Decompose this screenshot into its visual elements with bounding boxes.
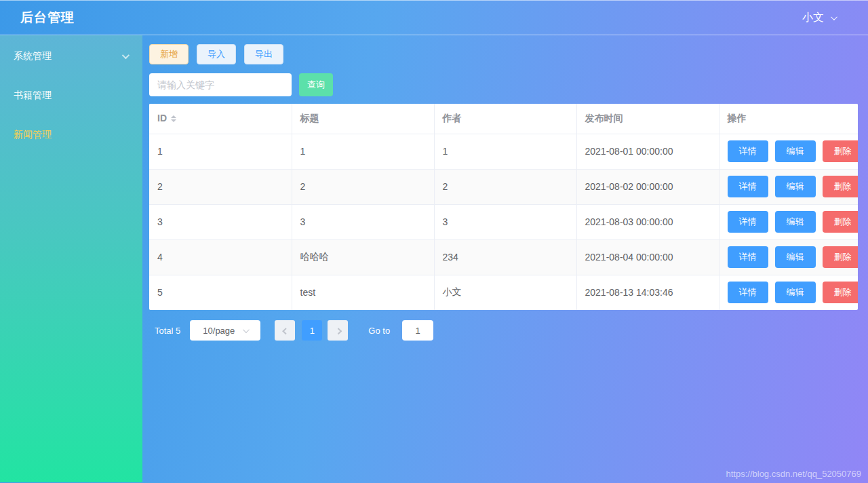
sidebar-item-books[interactable]: 书籍管理 [0,76,142,115]
app-header: 后台管理 小文 [0,0,868,35]
cell-author: 小文 [434,275,576,310]
cell-id: 1 [149,134,292,169]
column-header-time: 发布时间 [576,104,719,134]
cell-title: 2 [292,169,434,204]
sidebar-item-label: 书籍管理 [14,90,127,102]
detail-button[interactable]: 详情 [728,211,768,233]
goto-label: Go to [368,326,390,336]
app-title: 后台管理 [20,9,75,26]
cell-time: 2021-08-01 00:00:00 [576,134,719,169]
column-header-title: 标题 [292,104,434,134]
prev-page-button[interactable] [275,320,295,341]
table-row: 4哈哈哈2342021-08-04 00:00:00详情编辑删除 [149,239,858,275]
cell-time: 2021-08-04 00:00:00 [576,239,719,275]
next-page-button[interactable] [328,320,348,341]
cell-title: 3 [292,204,434,239]
cell-actions: 详情编辑删除 [719,169,858,204]
watermark: https://blog.csdn.net/qq_52050769 [726,469,862,479]
chevron-down-icon [122,52,130,59]
cell-title: 哈哈哈 [292,239,434,275]
edit-button[interactable]: 编辑 [775,211,816,233]
delete-button[interactable]: 删除 [823,176,859,197]
table-row: 3332021-08-03 00:00:00详情编辑删除 [149,204,858,239]
data-table: ID 标题 作者 发布时间 操作 1112021-08-01 00:00:00详… [149,104,858,310]
page-number-button[interactable]: 1 [302,320,322,341]
chevron-left-icon [282,328,289,334]
column-header-actions: 操作 [719,104,858,134]
chevron-down-icon [831,14,837,20]
sidebar-item-system[interactable]: 系统管理 [0,37,142,76]
sidebar: 系统管理 书籍管理 新闻管理 [0,35,142,482]
cell-actions: 详情编辑删除 [719,275,858,310]
cell-title: 1 [292,134,434,169]
delete-button[interactable]: 删除 [823,140,859,162]
chevron-right-icon [335,328,342,334]
cell-author: 1 [434,134,576,169]
cell-title: test [292,275,434,310]
search-row: 查询 [149,73,858,96]
delete-button[interactable]: 删除 [823,282,859,303]
cell-id: 3 [149,204,292,239]
cell-author: 2 [434,169,576,204]
user-menu[interactable]: 小文 [802,11,835,25]
pagination-total: Total 5 [155,326,180,336]
toolbar: 新增 导入 导出 [149,44,858,64]
import-button[interactable]: 导入 [197,44,236,64]
table-header-row: ID 标题 作者 发布时间 操作 [149,104,858,134]
layout: 系统管理 书籍管理 新闻管理 新增 导入 导出 查询 [0,35,868,482]
sidebar-item-label: 新闻管理 [14,129,127,141]
cell-time: 2021-08-02 00:00:00 [576,169,719,204]
cell-id: 4 [149,239,292,275]
cell-author: 234 [434,239,576,275]
search-input[interactable] [149,73,292,96]
column-header-id[interactable]: ID [149,104,292,134]
query-button[interactable]: 查询 [299,73,333,96]
goto-page-input[interactable] [402,320,433,341]
sidebar-item-news[interactable]: 新闻管理 [0,115,142,155]
main-content: 新增 导入 导出 查询 ID [142,35,868,482]
table-body: 1112021-08-01 00:00:00详情编辑删除2222021-08-0… [149,134,858,310]
cell-time: 2021-08-13 14:03:46 [576,275,719,310]
cell-actions: 详情编辑删除 [719,239,858,275]
export-button[interactable]: 导出 [244,44,283,64]
detail-button[interactable]: 详情 [728,140,768,162]
cell-author: 3 [434,204,576,239]
cell-id: 2 [149,169,292,204]
delete-button[interactable]: 删除 [823,246,859,268]
add-button[interactable]: 新增 [149,44,189,64]
detail-button[interactable]: 详情 [728,282,768,303]
table-row: 1112021-08-01 00:00:00详情编辑删除 [149,134,858,169]
edit-button[interactable]: 编辑 [775,282,816,303]
edit-button[interactable]: 编辑 [775,140,816,162]
pagination: Total 5 10/page 1 Go to [149,320,858,341]
edit-button[interactable]: 编辑 [775,246,816,268]
chevron-down-icon [243,326,250,333]
column-header-author: 作者 [434,104,576,134]
detail-button[interactable]: 详情 [728,246,768,268]
cell-time: 2021-08-03 00:00:00 [576,204,719,239]
sort-carets-icon[interactable] [171,113,176,125]
page-size-select[interactable]: 10/page [190,320,260,341]
cell-actions: 详情编辑删除 [719,134,858,169]
user-name: 小文 [802,11,824,25]
sidebar-item-label: 系统管理 [14,50,122,62]
table-row: 5test小文2021-08-13 14:03:46详情编辑删除 [149,275,858,310]
cell-id: 5 [149,275,292,310]
delete-button[interactable]: 删除 [823,211,859,233]
edit-button[interactable]: 编辑 [775,176,816,197]
detail-button[interactable]: 详情 [728,176,768,197]
cell-actions: 详情编辑删除 [719,204,858,239]
table-row: 2222021-08-02 00:00:00详情编辑删除 [149,169,858,204]
page: 后台管理 小文 系统管理 书籍管理 新闻管理 新增 导入 导出 [0,0,868,483]
